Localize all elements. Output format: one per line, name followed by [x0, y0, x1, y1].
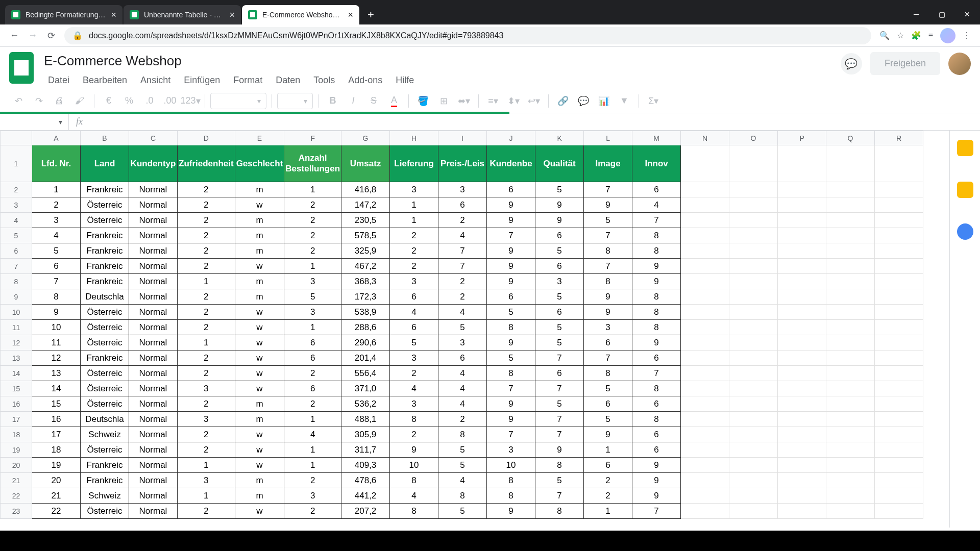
cell[interactable]: 305,9: [341, 427, 390, 442]
cell[interactable]: [826, 504, 875, 519]
column-header-P[interactable]: P: [778, 131, 826, 145]
cell[interactable]: [681, 182, 729, 197]
cell[interactable]: [729, 182, 778, 197]
cell[interactable]: [681, 305, 729, 320]
cell[interactable]: 9: [487, 504, 535, 519]
header-cell[interactable]: Innov: [632, 145, 681, 182]
column-header-A[interactable]: A: [32, 131, 81, 145]
cell[interactable]: Normal: [129, 320, 178, 335]
row-header-8[interactable]: 8: [1, 274, 32, 289]
row-header-23[interactable]: 23: [1, 504, 32, 519]
cell[interactable]: 5: [438, 442, 487, 458]
cell[interactable]: 1: [284, 442, 341, 458]
horizontal-align-button[interactable]: ≡▾: [484, 92, 502, 110]
cell[interactable]: [875, 145, 923, 182]
increase-decimal-button[interactable]: .00: [161, 92, 179, 110]
cell[interactable]: [826, 427, 875, 442]
cell[interactable]: Normal: [129, 289, 178, 305]
fill-color-button[interactable]: 🪣: [414, 92, 432, 110]
insert-link-button[interactable]: 🔗: [554, 92, 572, 110]
cell[interactable]: Österreic: [81, 335, 129, 350]
browser-tab-active[interactable]: E-Commerce Webshop - Google ×: [242, 5, 359, 24]
cell[interactable]: m: [235, 274, 284, 289]
column-header-I[interactable]: I: [438, 131, 487, 145]
cell[interactable]: 1: [584, 442, 632, 458]
column-header-R[interactable]: R: [875, 131, 923, 145]
close-icon[interactable]: ×: [348, 10, 353, 20]
cell[interactable]: 10: [390, 458, 438, 473]
cell[interactable]: [875, 213, 923, 228]
cell[interactable]: 8: [632, 305, 681, 320]
cell[interactable]: 6: [390, 289, 438, 305]
cell[interactable]: [729, 458, 778, 473]
strikethrough-button[interactable]: S: [364, 92, 383, 110]
cell[interactable]: Österreic: [81, 504, 129, 519]
functions-button[interactable]: Σ▾: [644, 92, 663, 110]
cell[interactable]: 3: [284, 274, 341, 289]
merge-cells-button[interactable]: ⬌▾: [455, 92, 473, 110]
cell[interactable]: [729, 274, 778, 289]
cell[interactable]: [875, 289, 923, 305]
cell[interactable]: 4: [632, 197, 681, 213]
cell[interactable]: [681, 289, 729, 305]
cell[interactable]: [875, 274, 923, 289]
cell[interactable]: [681, 213, 729, 228]
cell[interactable]: Frankreic: [81, 350, 129, 366]
cell[interactable]: [875, 473, 923, 488]
column-header-B[interactable]: B: [81, 131, 129, 145]
row-header-17[interactable]: 17: [1, 412, 32, 427]
cell[interactable]: 2: [584, 473, 632, 488]
cell[interactable]: [826, 182, 875, 197]
cell[interactable]: Normal: [129, 243, 178, 259]
cell[interactable]: [826, 320, 875, 335]
document-title[interactable]: E-Commerce Webshop: [42, 52, 841, 70]
browser-tab[interactable]: Unbenannte Tabelle - Google Ta ×: [124, 5, 241, 24]
text-color-button[interactable]: A: [385, 92, 403, 110]
cell[interactable]: [729, 259, 778, 274]
cell[interactable]: 7: [584, 182, 632, 197]
cell[interactable]: [681, 274, 729, 289]
percent-button[interactable]: %: [120, 92, 138, 110]
cell[interactable]: [826, 412, 875, 427]
cell[interactable]: 3: [284, 305, 341, 320]
cell[interactable]: 3: [390, 350, 438, 366]
cell[interactable]: 4: [438, 381, 487, 396]
cell[interactable]: 10: [32, 320, 81, 335]
cell[interactable]: 288,6: [341, 320, 390, 335]
header-cell[interactable]: Land: [81, 145, 129, 182]
cell[interactable]: Schweiz: [81, 427, 129, 442]
column-header-M[interactable]: M: [632, 131, 681, 145]
menu-tools[interactable]: Tools: [307, 72, 341, 89]
cell[interactable]: 3: [178, 473, 235, 488]
font-size-select[interactable]: ▾: [277, 93, 313, 109]
cell[interactable]: 5: [390, 335, 438, 350]
cell[interactable]: 7: [632, 366, 681, 381]
cell[interactable]: [681, 366, 729, 381]
cell[interactable]: [681, 473, 729, 488]
cell[interactable]: [778, 427, 826, 442]
cell[interactable]: m: [235, 213, 284, 228]
cell[interactable]: Normal: [129, 381, 178, 396]
cell[interactable]: 5: [487, 305, 535, 320]
cell[interactable]: 9: [535, 213, 584, 228]
cell[interactable]: 8: [535, 504, 584, 519]
cell[interactable]: 6: [438, 197, 487, 213]
cell[interactable]: Normal: [129, 488, 178, 504]
cell[interactable]: 7: [438, 243, 487, 259]
cell[interactable]: [778, 396, 826, 412]
cell[interactable]: [875, 412, 923, 427]
column-header-F[interactable]: F: [284, 131, 341, 145]
cell[interactable]: [681, 458, 729, 473]
cell[interactable]: 5: [535, 182, 584, 197]
cell[interactable]: 6: [487, 182, 535, 197]
cell[interactable]: 22: [32, 504, 81, 519]
more-formats-button[interactable]: 123▾: [181, 92, 200, 110]
cell[interactable]: w: [235, 259, 284, 274]
cell[interactable]: [729, 488, 778, 504]
cell[interactable]: [826, 305, 875, 320]
cell[interactable]: Österreic: [81, 366, 129, 381]
cell[interactable]: [875, 335, 923, 350]
cell[interactable]: 8: [535, 458, 584, 473]
cell[interactable]: [826, 473, 875, 488]
cell[interactable]: 3: [178, 412, 235, 427]
